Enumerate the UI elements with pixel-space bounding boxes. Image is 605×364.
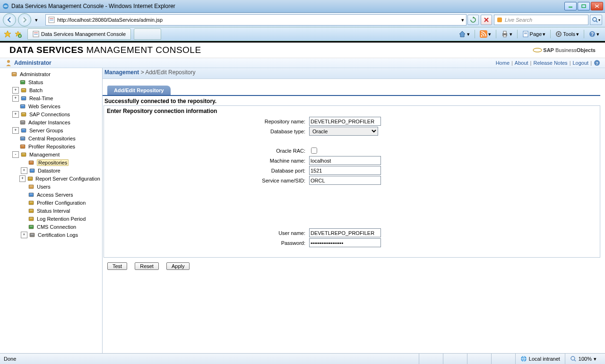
tree-node[interactable]: +Batch xyxy=(0,86,102,94)
tree-node[interactable]: +Real-Time xyxy=(0,94,102,102)
browser-tab-active[interactable]: Data Services Management Console xyxy=(27,28,131,40)
input-service-sid[interactable] xyxy=(309,176,381,185)
tree-expander[interactable]: + xyxy=(21,232,27,238)
tree-label: Access Servers xyxy=(37,192,73,198)
svg-text:?: ? xyxy=(596,61,598,66)
chevron-down-icon[interactable]: ▾ xyxy=(33,17,40,23)
tree-node[interactable]: -Management xyxy=(0,150,102,158)
tree-node[interactable]: Adapter Instances xyxy=(0,118,102,126)
tree-node[interactable]: Users xyxy=(0,182,102,191)
home-button[interactable]: ▾ xyxy=(457,29,472,39)
checkbox-oracle-rac[interactable] xyxy=(311,147,317,154)
tree-node[interactable]: +Datastore xyxy=(0,166,102,174)
tree-node[interactable]: Access Servers xyxy=(0,191,102,199)
link-home[interactable]: Home xyxy=(496,60,510,66)
tree-node[interactable]: +Report Server Configuration xyxy=(0,174,102,182)
help-icon[interactable]: ? xyxy=(594,60,600,66)
status-zoom[interactable]: 100% ▾ xyxy=(565,354,601,364)
tree-expander[interactable]: + xyxy=(21,167,27,174)
tree-node[interactable]: Status Interval xyxy=(0,207,102,215)
svg-rect-16 xyxy=(503,35,506,37)
tree-node[interactable]: CMS Connection xyxy=(0,223,102,231)
tree-node[interactable]: Web Services xyxy=(0,102,102,110)
tab-add-edit-repository[interactable]: Add/Edit Repository xyxy=(107,86,171,95)
tree-label: CMS Connection xyxy=(37,224,76,230)
address-bar[interactable]: http://localhost:28080/DataServices/admi… xyxy=(45,14,467,26)
svg-point-7 xyxy=(593,17,596,21)
tree-node[interactable]: Central Repositories xyxy=(0,134,102,142)
tree-expander[interactable]: + xyxy=(12,127,19,134)
feeds-button[interactable]: ▾ xyxy=(478,29,493,39)
svg-rect-2 xyxy=(582,5,586,8)
reset-button[interactable]: Reset xyxy=(135,262,159,270)
test-button[interactable]: Test xyxy=(107,262,127,270)
lrp-icon xyxy=(27,215,35,223)
apply-button[interactable]: Apply xyxy=(166,262,190,270)
tree-node[interactable]: +Certification Logs xyxy=(0,231,102,239)
page-menu[interactable]: Page ▾ xyxy=(520,29,548,39)
help-button[interactable]: ?▾ xyxy=(587,29,601,39)
tree-node[interactable]: +Server Groups xyxy=(0,126,102,134)
tools-menu[interactable]: Tools ▾ xyxy=(553,29,581,39)
select-db-type[interactable]: Oracle xyxy=(309,127,378,136)
cr-icon xyxy=(19,135,26,142)
browser-tabbar: Data Services Management Console ▾ ▾ ▾ P… xyxy=(0,27,605,41)
add-favorites-icon[interactable] xyxy=(14,30,22,38)
tree-node[interactable]: Log Retention Period xyxy=(0,215,102,223)
tree-node[interactable]: Profiler Repositories xyxy=(0,142,102,150)
stop-button[interactable] xyxy=(481,15,492,25)
link-release-notes[interactable]: Release Notes xyxy=(533,60,567,66)
svg-rect-39 xyxy=(22,113,25,114)
tree-expander[interactable]: - xyxy=(12,151,19,158)
input-repo-name[interactable] xyxy=(309,117,381,126)
label-service-sid: Service name/SID: xyxy=(104,178,309,183)
repository-form: Enter Repository connection information … xyxy=(104,105,600,258)
sap-icon xyxy=(20,111,27,118)
input-password[interactable] xyxy=(309,238,381,247)
dropdown-icon[interactable]: ▾ xyxy=(461,17,464,23)
ws-icon xyxy=(19,103,26,110)
svg-rect-59 xyxy=(30,194,33,194)
breadcrumb-current: Add/Edit Repository xyxy=(145,69,195,76)
print-button[interactable]: ▾ xyxy=(499,29,514,39)
close-button[interactable] xyxy=(591,2,603,10)
favorites-star-icon[interactable] xyxy=(4,30,11,38)
status-zone: Local intranet xyxy=(515,354,565,364)
svg-rect-36 xyxy=(20,104,25,108)
forward-button[interactable] xyxy=(18,13,31,26)
page-menu-label: Page xyxy=(530,31,542,37)
refresh-button[interactable] xyxy=(467,15,479,25)
tree-node[interactable]: +SAP Connections xyxy=(0,110,102,118)
input-user[interactable] xyxy=(309,228,381,237)
tree-expander[interactable]: + xyxy=(12,95,19,102)
input-machine[interactable] xyxy=(309,156,381,165)
tree-node[interactable]: Profiler Configuration xyxy=(0,199,102,207)
svg-rect-31 xyxy=(21,81,24,82)
tree-expander[interactable]: + xyxy=(19,175,26,182)
cl-icon xyxy=(28,231,36,239)
svg-rect-18 xyxy=(524,33,527,33)
admin-bar: Administrator Home| About| Release Notes… xyxy=(0,58,605,68)
tree-expander[interactable]: + xyxy=(12,111,19,118)
navigation-tree[interactable]: AdministratorStatus+Batch+Real-TimeWeb S… xyxy=(0,68,103,364)
tree-node[interactable]: Repositories xyxy=(0,158,102,166)
link-logout[interactable]: Logout xyxy=(572,60,588,66)
tree-node[interactable]: Status xyxy=(0,78,102,86)
search-input[interactable]: Live Search xyxy=(494,15,588,25)
tree-label: Profiler Configuration xyxy=(37,200,86,206)
input-db-port[interactable] xyxy=(309,166,381,175)
link-about[interactable]: About xyxy=(515,60,528,66)
tree-expander[interactable]: + xyxy=(12,87,19,94)
minimize-button[interactable] xyxy=(564,2,577,10)
tree-label: Users xyxy=(37,184,51,190)
new-tab-button[interactable] xyxy=(134,28,161,40)
svg-rect-67 xyxy=(30,226,33,226)
maximize-button[interactable] xyxy=(578,2,590,10)
breadcrumb-root[interactable]: Management xyxy=(104,69,139,76)
users-icon xyxy=(27,183,35,191)
svg-rect-12 xyxy=(480,30,487,38)
tree-label: Batch xyxy=(29,87,43,93)
back-button[interactable] xyxy=(3,13,16,26)
tree-node[interactable]: Administrator xyxy=(0,70,102,78)
search-go-button[interactable]: ▾ xyxy=(590,15,602,25)
